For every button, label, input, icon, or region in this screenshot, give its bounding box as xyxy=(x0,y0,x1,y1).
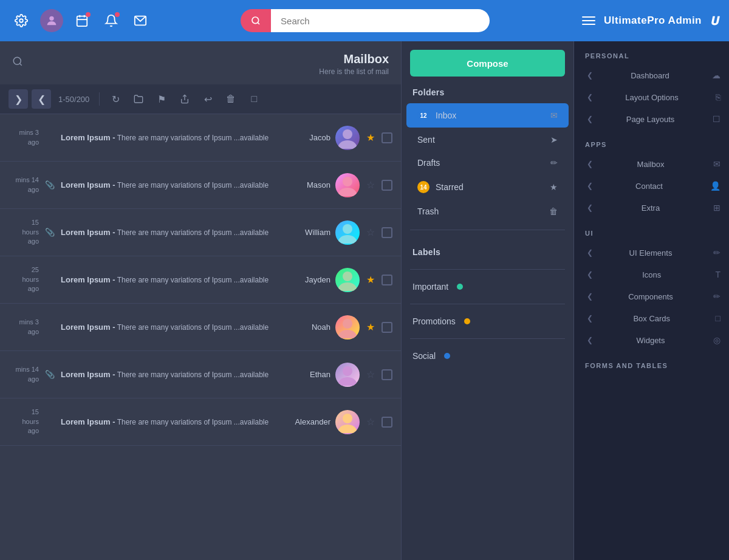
table-row[interactable]: mins 14ago 📎 Lorem Ipsum - There are man… xyxy=(0,351,401,398)
sidebar-item-dashboard[interactable]: ❮ Dashboard ☁ xyxy=(574,64,729,86)
mail-checkbox[interactable] xyxy=(382,180,392,191)
folder-inbox[interactable]: 12 Inbox ✉ xyxy=(406,103,569,128)
drafts-label: Drafts xyxy=(417,158,440,168)
svg-point-0 xyxy=(19,19,23,22)
star-button[interactable]: ★ xyxy=(363,274,378,285)
sidebar-item-icons[interactable]: ❮ Icons T xyxy=(574,264,729,285)
social-dot xyxy=(444,353,450,359)
folder-drafts[interactable]: Drafts ✏ xyxy=(406,152,569,174)
inbox-badge: 12 xyxy=(417,109,430,121)
layout-button[interactable]: □ xyxy=(244,89,264,109)
avatar xyxy=(335,315,360,340)
svg-point-15 xyxy=(343,271,352,281)
reply-button[interactable]: ↩ xyxy=(198,89,217,109)
widgets-label: Widgets xyxy=(637,336,665,345)
table-row[interactable]: 25hoursago Lorem Ipsum - There are many … xyxy=(0,256,401,304)
layout-options-label: Layout Options xyxy=(625,93,678,102)
sidebar-item-box-cards[interactable]: ❮ Box Cards □ xyxy=(574,307,729,329)
bell-icon[interactable] xyxy=(101,10,122,31)
attach-icon: 📎 xyxy=(45,180,55,190)
mail-checkbox[interactable] xyxy=(382,132,392,143)
mail-icon[interactable] xyxy=(130,10,151,31)
star-button[interactable]: ★ xyxy=(363,321,378,333)
flag-button[interactable]: ⚑ xyxy=(152,89,171,109)
star-button[interactable]: ☆ xyxy=(363,179,378,191)
calendar-icon[interactable] xyxy=(72,10,92,31)
mailbox-search-icon[interactable] xyxy=(12,56,23,70)
sidebar-item-mailbox[interactable]: ❮ Mailbox ✉ xyxy=(574,153,729,175)
sidebar-item-layout-options-left: ❮ xyxy=(587,93,593,101)
settings-icon[interactable] xyxy=(11,10,32,31)
mail-sender: Alexander xyxy=(294,417,335,426)
sidebar-item-contact[interactable]: ❮ Contact 👤 xyxy=(574,175,729,197)
social-label: Social xyxy=(412,351,436,361)
nav-forward-button[interactable]: ❯ xyxy=(9,89,28,109)
star-button[interactable]: ☆ xyxy=(363,369,378,380)
search-input[interactable] xyxy=(271,9,490,32)
dashboard-icon: ☁ xyxy=(712,70,720,80)
divider-1 xyxy=(410,230,565,230)
mail-checkbox[interactable] xyxy=(382,227,392,238)
table-row[interactable]: mins 3ago Lorem Ipsum - There are many v… xyxy=(0,114,401,162)
mail-time: 15hoursago xyxy=(9,408,45,435)
mail-sender: Noah xyxy=(294,323,335,332)
mail-sender: Ethan xyxy=(294,370,335,379)
mail-checkbox[interactable] xyxy=(382,417,392,428)
center-panel: Compose Folders 12 Inbox ✉ Sent ➤ Drafts… xyxy=(401,41,574,560)
layout-options-icon: ⎘ xyxy=(716,92,720,102)
star-button[interactable]: ☆ xyxy=(363,227,378,238)
table-row[interactable]: 15hoursago Lorem Ipsum - There are many … xyxy=(0,398,401,446)
contact-label: Contact xyxy=(635,182,663,191)
sidebar-item-ui-elements[interactable]: ❮ UI Elements ✏ xyxy=(574,242,729,264)
folder-sent[interactable]: Sent ➤ xyxy=(406,129,569,151)
mail-content: Lorem Ipsum - There are many variations … xyxy=(55,179,294,191)
compose-button[interactable]: Compose xyxy=(410,50,565,77)
page-layouts-label: Page Layouts xyxy=(626,115,675,124)
sidebar-item-components[interactable]: ❮ Components ✏ xyxy=(574,285,729,307)
table-row[interactable]: mins 14ago 📎 Lorem Ipsum - There are man… xyxy=(0,162,401,209)
folder-trash[interactable]: Trash 🗑 xyxy=(406,200,569,222)
sidebar-item-page-layouts[interactable]: ❮ Page Layouts ☐ xyxy=(574,108,729,130)
sidebar-item-contact-left: ❮ xyxy=(587,182,593,190)
mail-sender: Jayden xyxy=(294,275,335,284)
drafts-icon: ✏ xyxy=(550,158,558,168)
divider-2 xyxy=(410,269,565,270)
mail-content: Lorem Ipsum - There are many variations … xyxy=(55,416,294,428)
folder-starred[interactable]: 14 Starred ★ xyxy=(406,175,569,199)
star-button[interactable]: ☆ xyxy=(363,416,378,428)
search-button[interactable] xyxy=(241,9,271,32)
label-promotions[interactable]: Promotions xyxy=(402,310,573,332)
icons-chevron: ❮ xyxy=(587,270,593,279)
sidebar-item-widgets[interactable]: ❮ Widgets ◎ xyxy=(574,329,729,351)
avatar xyxy=(335,126,360,150)
mail-time: mins 3ago xyxy=(9,318,45,336)
nav-back-button[interactable]: ❮ xyxy=(32,89,51,109)
main-layout: Mailbox Here is the list of mail ❯ ❮ 1-5… xyxy=(0,41,729,560)
svg-point-16 xyxy=(343,319,352,329)
label-important[interactable]: Important xyxy=(402,276,573,298)
refresh-button[interactable]: ↻ xyxy=(106,89,125,109)
delete-button[interactable]: 🗑 xyxy=(221,89,241,109)
avatar[interactable] xyxy=(40,9,63,32)
label-social[interactable]: Social xyxy=(402,345,573,367)
table-row[interactable]: 15hoursago 📎 Lorem Ipsum - There are man… xyxy=(0,209,401,256)
sidebar-item-extra[interactable]: ❮ Extra ⊞ xyxy=(574,197,729,219)
share-button[interactable] xyxy=(175,89,194,109)
svg-point-12 xyxy=(343,129,352,139)
components-chevron: ❮ xyxy=(587,292,593,301)
mail-checkbox[interactable] xyxy=(382,369,392,380)
star-button[interactable]: ★ xyxy=(363,132,378,143)
svg-line-8 xyxy=(258,22,259,24)
sidebar-item-layout-options[interactable]: ❮ Layout Options ⎘ xyxy=(574,86,729,108)
hamburger-button[interactable] xyxy=(580,14,598,27)
avatar xyxy=(335,268,360,292)
forms-label: FORMS And TABLES xyxy=(574,351,729,374)
sidebar-item-dashboard-left: ❮ xyxy=(587,71,593,80)
mail-checkbox[interactable] xyxy=(382,275,392,285)
inbox-icon: ✉ xyxy=(550,111,558,120)
icons-label: Icons xyxy=(642,270,661,279)
table-row[interactable]: mins 3ago Lorem Ipsum - There are many v… xyxy=(0,304,401,351)
promotions-dot xyxy=(464,318,470,324)
mail-checkbox[interactable] xyxy=(382,322,392,333)
folder-button[interactable] xyxy=(129,89,148,109)
